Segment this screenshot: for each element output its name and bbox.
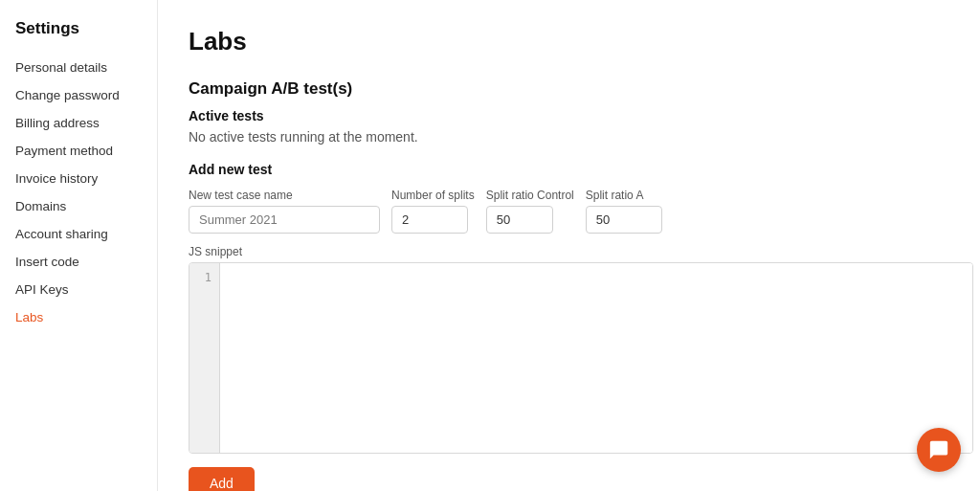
add-new-title: Add new test xyxy=(189,162,949,177)
ratio-a-label: Split ratio A xyxy=(586,189,662,202)
ratio-a-field: Split ratio A xyxy=(586,189,662,234)
new-test-case-input[interactable] xyxy=(189,206,380,234)
control-field: Split ratio Control xyxy=(486,189,574,234)
js-snippet-label: JS snippet xyxy=(189,245,949,258)
ratio-a-input[interactable] xyxy=(586,206,662,234)
no-active-tests-message: No active tests running at the moment. xyxy=(189,129,949,145)
form-row-inputs: New test case name Number of splits Spli… xyxy=(189,189,949,234)
splits-label: Number of splits xyxy=(391,189,475,202)
sidebar-item-account-sharing[interactable]: Account sharing xyxy=(0,220,157,248)
sidebar-item-domains[interactable]: Domains xyxy=(0,192,157,220)
sidebar-item-invoice-history[interactable]: Invoice history xyxy=(0,165,157,192)
chat-button[interactable] xyxy=(917,428,961,472)
new-test-case-field: New test case name xyxy=(189,189,380,234)
sidebar-item-payment-method[interactable]: Payment method xyxy=(0,137,157,165)
page-title: Labs xyxy=(189,27,949,56)
sidebar-item-personal-details[interactable]: Personal details xyxy=(0,54,157,81)
code-editor: 1 xyxy=(189,262,973,454)
sidebar-item-billing-address[interactable]: Billing address xyxy=(0,109,157,137)
new-test-case-label: New test case name xyxy=(189,189,380,202)
splits-field: Number of splits xyxy=(391,189,475,234)
splits-input[interactable] xyxy=(391,206,468,234)
control-input[interactable] xyxy=(486,206,553,234)
add-button[interactable]: Add xyxy=(189,467,255,491)
add-new-section: Add new test New test case name Number o… xyxy=(189,162,949,491)
chat-icon xyxy=(928,439,949,460)
main-content: Labs Campaign A/B test(s) Active tests N… xyxy=(158,0,980,491)
js-snippet-section: JS snippet 1 xyxy=(189,245,949,454)
line-numbers: 1 xyxy=(189,263,220,453)
sidebar-title: Settings xyxy=(0,19,157,54)
sidebar-item-labs[interactable]: Labs xyxy=(0,303,157,331)
active-tests-label: Active tests xyxy=(189,108,949,123)
sidebar-item-api-keys[interactable]: API Keys xyxy=(0,276,157,303)
campaign-section-title: Campaign A/B test(s) xyxy=(189,79,949,99)
sidebar: Settings Personal details Change passwor… xyxy=(0,0,158,491)
control-label: Split ratio Control xyxy=(486,189,574,202)
sidebar-item-insert-code[interactable]: Insert code xyxy=(0,248,157,276)
sidebar-item-change-password[interactable]: Change password xyxy=(0,81,157,109)
js-snippet-textarea[interactable] xyxy=(220,263,972,453)
